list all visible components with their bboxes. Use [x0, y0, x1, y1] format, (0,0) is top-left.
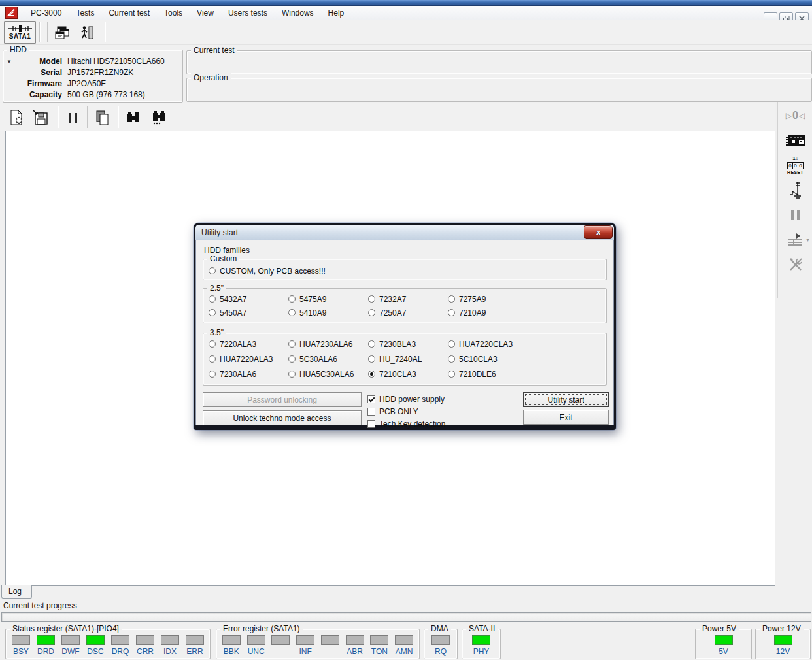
hdd-serial-row: Serial JP1572FR1ZN9ZK — [6, 67, 180, 78]
pcb-utility-button[interactable] — [778, 128, 812, 153]
menu-view[interactable]: View — [190, 6, 221, 20]
family-radio[interactable]: 7275A9 — [448, 295, 528, 304]
radio-icon — [368, 295, 375, 303]
led-indicator — [136, 635, 154, 645]
menu-windows[interactable]: Windows — [275, 6, 321, 20]
tab-log[interactable]: Log — [1, 585, 32, 599]
hdd-capacity-row: Capacity 500 GB (976 773 168) — [6, 90, 180, 101]
led-ton: TON — [368, 635, 390, 656]
family-radio[interactable]: 5410A9 — [288, 308, 368, 318]
dialog-body: HDD families Custom CUSTOM, Only PCB acc… — [195, 240, 614, 425]
radio-label: CUSTOM, Only PCB access!!! — [220, 267, 326, 276]
power-switch-button[interactable] — [778, 178, 812, 203]
family-radio[interactable]: 7250A7 — [368, 308, 448, 318]
led-indicator — [186, 635, 204, 645]
custom-group-label: Custom — [207, 254, 239, 263]
menu-tests[interactable]: Tests — [69, 6, 101, 20]
family-radio[interactable]: 7232A7 — [368, 295, 448, 304]
radio-icon — [288, 295, 296, 303]
recalibrate-button[interactable]: ▷0◁ — [778, 103, 812, 128]
menu-help[interactable]: Help — [321, 6, 352, 20]
family-radio[interactable]: 5C10CLA3 — [448, 355, 528, 364]
pc3000-window: PC-3000 Tests Current test Tools View Us… — [0, 0, 812, 660]
led-indicator — [271, 635, 290, 645]
family-radio[interactable]: HUA7220ALA3 — [209, 355, 288, 364]
family-radio[interactable]: 7210DLE6 — [448, 370, 528, 379]
family-radio[interactable]: 5432A7 — [209, 295, 288, 304]
sata2-group: SATA-II PHY — [462, 629, 501, 659]
family-radio[interactable]: 7210A9 — [448, 308, 528, 318]
pause-rail-button[interactable] — [778, 203, 812, 227]
pcb-only-checkbox[interactable]: PCB ONLY — [367, 405, 523, 418]
family-radio[interactable]: HUA7220CLA3 — [448, 340, 528, 349]
zero-track-icon: ▷0◁ — [786, 110, 805, 122]
run-sequence-button[interactable]: ▼ — [778, 227, 812, 252]
run-sequence-dropdown-arrow[interactable]: ▼ — [805, 238, 810, 242]
radio-icon — [209, 309, 216, 316]
menu-users-tests[interactable]: Users tests — [221, 6, 275, 20]
led-indicator — [247, 635, 265, 645]
family-radio[interactable]: HUA7230ALA6 — [288, 340, 368, 349]
radio-icon — [209, 371, 216, 378]
menu-pc3000[interactable]: PC-3000 — [24, 6, 69, 20]
reset-counter-icon: 1↓ 0 0 0 RESET — [787, 156, 804, 174]
dialog-title-bar[interactable]: Utility start x — [195, 225, 614, 240]
find-next-button[interactable] — [149, 108, 169, 127]
copy-icon — [93, 109, 110, 126]
error-register-group: Error register (SATA1) BBK UNC INF ABR T… — [216, 629, 420, 659]
error-register-label: Error register (SATA1) — [220, 624, 303, 633]
reset-drive-button[interactable]: 1↓ 0 0 0 RESET — [778, 153, 812, 178]
tech-key-detection-checkbox[interactable]: Tech Key detection — [367, 418, 523, 430]
led-abr: ABR — [344, 635, 366, 656]
reset-digit: 0 — [788, 163, 793, 169]
radio-icon — [448, 340, 455, 348]
led-indicator — [431, 635, 450, 645]
hdd-firmware-value: JP2OA50E — [67, 78, 106, 90]
cascade-windows-button[interactable] — [52, 23, 72, 42]
family-radio[interactable]: 7220ALA3 — [209, 340, 288, 349]
window-title-bar[interactable] — [0, 0, 812, 6]
radio-icon — [368, 340, 375, 348]
sata-bus-icon — [8, 25, 33, 33]
family-radio[interactable]: HU_7240AL — [368, 355, 448, 364]
radio-icon — [288, 355, 296, 363]
right-toolbar: ▷0◁ 1↓ 0 0 0 RESET ▼ — [777, 102, 812, 298]
hdd-serial-value: JP1572FR1ZN9ZK — [67, 67, 133, 78]
led-blank — [319, 635, 341, 656]
current-test-group: Current test — [186, 50, 812, 74]
family-radio[interactable]: 7230BLA3 — [368, 340, 448, 349]
utility-start-button[interactable]: Utility start — [523, 392, 609, 407]
led-unc: UNC — [245, 635, 267, 656]
menu-tools[interactable]: Tools — [157, 6, 190, 20]
hdd-power-supply-checkbox[interactable]: HDD power supply — [367, 393, 523, 405]
dialog-title: Utility start — [201, 228, 238, 237]
status-register-group: Status register (SATA1)-[PIO4] BSY DRD D… — [5, 629, 211, 659]
family-radio[interactable]: 7230ALA6 — [209, 370, 288, 379]
sata1-port-button[interactable]: SATA1 — [4, 21, 36, 44]
family-radio-7210cla3[interactable]: 7210CLA3 — [368, 370, 448, 379]
family-radio-custom[interactable]: CUSTOM, Only PCB access!!! — [209, 267, 326, 276]
checkbox-icon — [367, 420, 375, 428]
menu-current-test[interactable]: Current test — [101, 6, 157, 20]
led-indicator — [370, 635, 388, 645]
family-radio[interactable]: HUA5C30ALA6 — [288, 370, 368, 379]
pause-icon — [791, 210, 800, 220]
unlock-techno-mode-button[interactable]: Unlock techno mode access — [203, 410, 362, 425]
password-unlocking-button[interactable]: Password unlocking — [203, 392, 362, 407]
dialog-close-button[interactable]: x — [584, 225, 613, 239]
pause-test-button[interactable] — [63, 108, 82, 127]
led-indicator — [12, 635, 30, 645]
copy-button[interactable] — [92, 108, 112, 127]
exit-button[interactable]: Exit — [523, 410, 609, 425]
exit-program-button[interactable] — [77, 23, 97, 42]
family-radio[interactable]: 5C30ALA6 — [288, 355, 368, 364]
save-button[interactable] — [31, 108, 50, 127]
tools-rail-button[interactable] — [778, 252, 812, 277]
led-drq: DRQ — [109, 635, 131, 656]
hdd-firmware-label: Firmware — [6, 78, 67, 90]
new-test-button[interactable] — [7, 108, 26, 127]
power12v-label: Power 12V — [760, 624, 804, 633]
family-radio[interactable]: 5450A7 — [209, 308, 288, 318]
find-button[interactable] — [124, 108, 143, 127]
family-radio[interactable]: 5475A9 — [288, 295, 368, 304]
